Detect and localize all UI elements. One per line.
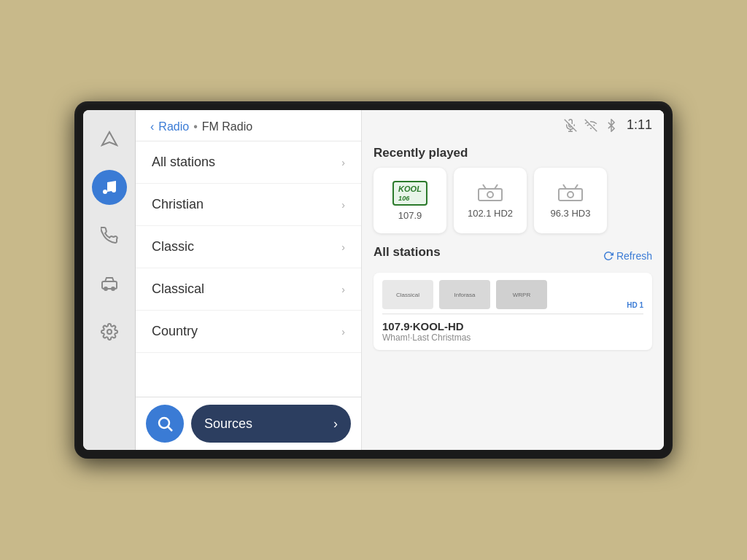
menu-item-classical[interactable]: Classical ›: [136, 268, 361, 311]
svg-rect-18: [559, 189, 582, 201]
menu-item-country[interactable]: Country ›: [136, 311, 361, 353]
right-content: Recently played KOOL106 107.9 102.1: [362, 140, 664, 450]
svg-point-2: [112, 188, 116, 192]
refresh-label: Refresh: [616, 250, 652, 262]
sidebar-item-car[interactable]: [92, 266, 127, 301]
kool-logo: KOOL106: [392, 181, 427, 206]
breadcrumb-current: FM Radio: [202, 120, 252, 133]
station-thumbs: Classical Inforasa WRPR HD 1: [382, 280, 643, 309]
clock: 1:11: [627, 117, 652, 133]
bottom-bar: Sources ›: [136, 397, 361, 450]
svg-rect-14: [479, 189, 502, 201]
sources-chevron-icon: ›: [333, 416, 338, 432]
chevron-icon: ›: [341, 199, 345, 211]
hd-badge: HD 1: [627, 301, 643, 309]
screen: ‹ Radio • FM Radio All stations › Christ…: [83, 110, 664, 450]
current-station-info: 107.9·KOOL-HD Wham!·Last Christmas: [382, 316, 643, 343]
bluetooth-icon: [605, 119, 618, 132]
status-icons: [564, 119, 618, 132]
left-panel: ‹ Radio • FM Radio All stations › Christ…: [136, 110, 362, 450]
refresh-icon: [603, 251, 614, 261]
all-stations-header: All stations Refresh: [374, 245, 652, 267]
station-song: Wham!·Last Christmas: [382, 332, 643, 343]
radio-icon: [477, 183, 503, 203]
station-freq-hd3: 96.3 HD3: [551, 208, 591, 219]
station-thumb-3: WRPR: [496, 280, 547, 309]
sidebar: [83, 110, 136, 450]
svg-point-7: [159, 418, 169, 428]
station-thumb-2: Inforasa: [439, 280, 490, 309]
all-stations-title: All stations: [374, 245, 441, 260]
recently-played-title: Recently played: [374, 146, 652, 160]
network-icon: [584, 119, 597, 132]
menu-list: All stations › Christian › Classic › Cla…: [136, 141, 361, 397]
menu-item-all-stations[interactable]: All stations ›: [136, 141, 361, 184]
svg-point-6: [107, 330, 112, 334]
station-freq-107: 107.9: [398, 210, 422, 221]
menu-item-label: Christian: [152, 197, 204, 212]
svg-point-17: [487, 192, 493, 198]
top-bar: 1:11: [362, 110, 664, 140]
svg-marker-0: [102, 132, 117, 145]
station-list-row: Classical Inforasa WRPR HD 1 107.9·KOOL-…: [374, 273, 652, 350]
sources-button[interactable]: Sources ›: [191, 405, 351, 443]
menu-item-christian[interactable]: Christian ›: [136, 184, 361, 226]
chevron-icon: ›: [341, 241, 345, 253]
station-card-hd2[interactable]: 102.1 HD2: [454, 168, 527, 233]
breadcrumb: ‹ Radio • FM Radio: [136, 110, 361, 141]
station-thumb-1: Classical: [382, 280, 433, 309]
svg-point-1: [103, 190, 107, 194]
menu-item-label: Classic: [152, 239, 194, 254]
radio-icon: [557, 183, 584, 203]
station-name: 107.9·KOOL-HD: [382, 320, 643, 332]
sidebar-item-navigation[interactable]: [92, 122, 127, 157]
menu-item-label: Classical: [152, 281, 204, 297]
sidebar-item-music[interactable]: [92, 170, 127, 205]
car-bezel: ‹ Radio • FM Radio All stations › Christ…: [74, 101, 673, 459]
mute-icon: [564, 119, 577, 132]
divider: [382, 314, 643, 314]
svg-point-21: [568, 192, 573, 198]
menu-item-label: Country: [152, 324, 198, 339]
refresh-button[interactable]: Refresh: [603, 250, 652, 262]
sources-label: Sources: [204, 416, 252, 432]
menu-item-label: All stations: [152, 155, 215, 170]
recently-played-list: KOOL106 107.9 102.1 HD2: [374, 168, 652, 233]
station-card-kool[interactable]: KOOL106 107.9: [374, 168, 446, 233]
search-button[interactable]: [146, 405, 184, 443]
station-freq-hd2: 102.1 HD2: [468, 208, 513, 219]
sidebar-item-settings[interactable]: [92, 314, 127, 349]
svg-line-8: [169, 427, 173, 432]
chevron-icon: ›: [341, 284, 345, 295]
back-button[interactable]: ‹: [150, 120, 154, 133]
breadcrumb-radio[interactable]: Radio: [158, 120, 189, 133]
menu-item-classic[interactable]: Classic ›: [136, 226, 361, 268]
chevron-icon: ›: [341, 326, 345, 338]
breadcrumb-separator: •: [193, 120, 198, 133]
right-panel: 1:11 Recently played KOOL106 107.9: [362, 110, 664, 450]
chevron-icon: ›: [341, 157, 345, 168]
sidebar-item-phone[interactable]: [92, 218, 127, 253]
station-card-hd3[interactable]: 96.3 HD3: [534, 168, 607, 233]
